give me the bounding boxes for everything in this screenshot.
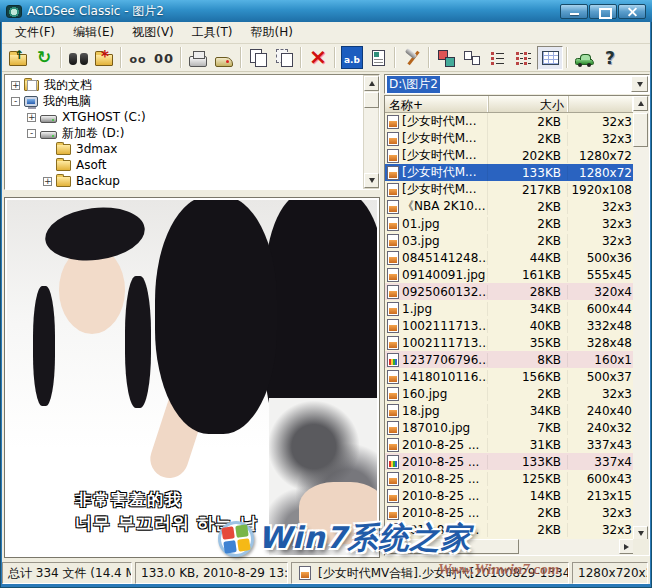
column-header-name[interactable]: 名称+ [385,96,489,112]
file-row[interactable]: 1.jpg34KB600x44 [385,300,634,317]
tree-scroll-down-button[interactable] [364,173,379,188]
file-dimensions: 500x37 [568,370,634,384]
file-name: 0845141248... [402,251,488,265]
file-size: 2KB [488,523,568,537]
minimize-button[interactable] [560,4,588,19]
jpeg-file-icon [387,523,399,537]
expand-icon[interactable]: + [11,81,20,90]
file-row[interactable]: [少女时代M...217KB1920x108 [385,181,634,198]
file-row[interactable]: 2010-8-25 ...2KB32x3 [385,504,634,521]
folder-icon [56,160,71,171]
file-row[interactable]: 1002111713...40KB332x48 [385,317,634,334]
path-combobox[interactable]: D:\图片2 [384,74,650,94]
list-scroll-left-button[interactable] [385,539,400,554]
copy-button[interactable] [245,46,271,70]
tree-item[interactable]: +XTGHOST (C:) [5,109,362,125]
file-name: 2010-8-25 ... [402,438,488,452]
view-thumbnails-button[interactable] [433,46,459,70]
file-row[interactable]: 0845141248...44KB500x36 [385,249,634,266]
find-button[interactable] [65,46,91,70]
file-row[interactable]: 1418010116...156KB500x37 [385,368,634,385]
up-folder-button[interactable]: ↑ [5,46,31,70]
computer-icon [24,96,38,107]
file-row[interactable]: 《NBA 2K10...2KB32x3 [385,198,634,215]
close-button[interactable] [618,4,646,19]
bitmap-file-icon [387,353,399,367]
column-header-dims[interactable] [569,96,634,112]
file-row[interactable]: 2010-8-25 ...14KB213x15 [385,487,634,504]
delete-button[interactable]: × [305,46,331,70]
circles-large-button[interactable]: 00 [151,46,177,70]
rename-button[interactable]: a.b [339,46,365,70]
expand-icon[interactable]: + [43,177,52,186]
view-details-button[interactable] [537,46,563,70]
file-row[interactable]: [少女时代M...2KB32x3 [385,130,634,147]
file-row[interactable]: 01.jpg2KB32x3 [385,215,634,232]
tree-scrollbar[interactable] [363,75,379,189]
expand-icon[interactable]: + [27,113,36,122]
tree-item[interactable]: 3dmax [5,141,362,157]
list-hscroll-thumb[interactable] [401,539,519,554]
file-row[interactable]: 09140091.jpg161KB555x45 [385,266,634,283]
file-row[interactable]: 1237706796...8KB160x1 [385,351,634,368]
file-row[interactable]: 187010.jpg7KB240x32 [385,419,634,436]
file-dimensions: 320x4 [568,285,634,299]
tree-item[interactable]: +我的文档 [5,77,362,93]
menu-item[interactable]: 帮助(H) [242,22,302,43]
menu-item[interactable]: 文件(F) [6,22,64,43]
list-scroll-thumb[interactable] [633,113,648,147]
file-row[interactable]: 1002111713...35KB328x48 [385,334,634,351]
file-row[interactable]: 2010-8-25 ...31KB337x43 [385,436,634,453]
file-name: 2010-8-25 ... [402,523,488,537]
list-vertical-scrollbar[interactable] [633,96,649,541]
refresh-button[interactable]: ↻ [31,46,57,70]
list-scroll-up-button[interactable] [633,96,648,111]
list-scroll-right-button[interactable] [619,539,634,554]
file-row[interactable]: 03.jpg2KB32x3 [385,232,634,249]
title-bar[interactable]: ACDSee Classic - 图片2 [0,0,652,22]
find-icon [69,50,88,65]
file-size: 2KB [488,506,568,520]
file-row[interactable]: [少女时代M...133KB1280x72 [385,164,634,181]
tree-item[interactable]: Asoft [5,157,362,173]
tree-item[interactable]: -新加卷 (D:) [5,125,362,141]
file-row[interactable]: 2010-8-25 ...125KB600x43 [385,470,634,487]
jpeg-file-icon [387,217,399,231]
file-row[interactable]: [少女时代M...202KB1280x72 [385,147,634,164]
menu-item[interactable]: 编辑(E) [64,22,123,43]
preview-pane[interactable]: 非常害羞的我 너무 부끄러워 하는 날 [4,197,380,558]
paste-button[interactable] [271,46,297,70]
collapse-icon[interactable]: - [27,129,36,138]
file-row[interactable]: [少女时代M...2KB32x3 [385,113,634,130]
tree-scroll-up-button[interactable] [364,76,379,91]
view-detail-list-button[interactable] [511,46,537,70]
menu-item[interactable]: 视图(V) [123,22,183,43]
file-row[interactable]: 0925060132...28KB320x4 [385,283,634,300]
file-row[interactable]: 2010-8-25 ...133KB337x4 [385,453,634,470]
tree-scroll-thumb[interactable] [364,92,379,108]
view-smalls-icon-button[interactable] [459,46,485,70]
file-dimensions: 32x3 [568,506,634,520]
view-list-icon [490,51,506,65]
car-button[interactable] [571,46,597,70]
favorites-folder-button[interactable]: * [91,46,117,70]
tools-button[interactable] [399,46,425,70]
tree-item[interactable]: +Backup [5,173,362,189]
print-button[interactable] [185,46,211,70]
file-row[interactable]: 18.jpg34KB240x40 [385,402,634,419]
description-button[interactable] [365,46,391,70]
collapse-icon[interactable]: - [11,97,20,106]
file-row[interactable]: 2010-8-25 ...2KB32x3 [385,521,634,538]
menu-item[interactable]: 工具(T) [183,22,242,43]
tree-item[interactable]: -我的电脑 [5,93,362,109]
acquire-button[interactable] [211,46,237,70]
column-header-size[interactable]: 大小 [489,96,569,112]
circles-small-button[interactable]: oo [125,46,151,70]
view-list-button[interactable] [485,46,511,70]
file-row[interactable]: 160.jpg2KB32x3 [385,385,634,402]
list-horizontal-scrollbar[interactable] [385,539,634,555]
toolbar-separator [566,47,568,68]
help-button[interactable]: ? [597,46,623,70]
maximize-button[interactable] [589,4,617,19]
path-dropdown-button[interactable] [631,76,648,92]
